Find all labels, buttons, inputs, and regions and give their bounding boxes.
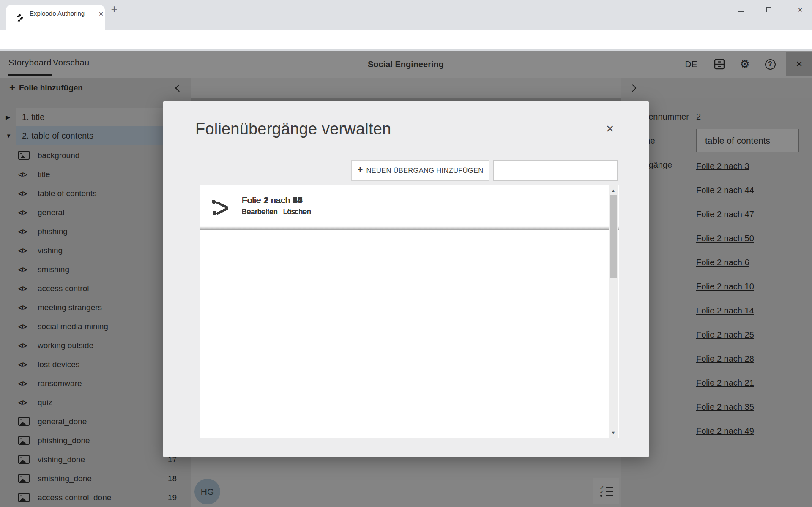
plus-icon: + (358, 164, 363, 175)
scissors-icon (212, 199, 231, 218)
delete-link[interactable]: Löschen (283, 207, 311, 216)
transition-list: Folie 2 nach 3 BearbeitenLöschen (200, 185, 619, 438)
tab-close-icon[interactable]: × (96, 8, 107, 19)
window-maximize-button[interactable] (763, 3, 775, 16)
transition-title: Folie 2 nach 10 (242, 195, 317, 205)
screen: Exploodo Authoring × + × ← → ↻ https://c… (0, 0, 812, 507)
exploodo-logo-icon (15, 13, 25, 23)
transition-item: Folie 2 nach 10 BearbeitenLöschen (200, 185, 619, 230)
item-separator (200, 226, 619, 230)
tab-title: Exploodo Authoring (30, 10, 85, 17)
window-minimize-button[interactable] (734, 3, 747, 16)
modal-scrollbar[interactable]: ▲ ▼ (609, 185, 618, 438)
scroll-down-icon[interactable]: ▼ (609, 428, 618, 437)
edit-link[interactable]: Bearbeiten (242, 207, 278, 216)
scroll-up-icon[interactable]: ▲ (609, 186, 618, 195)
browser-tab-strip: Exploodo Authoring × + × (0, 0, 812, 30)
browser-toolbar: ← → ↻ https://create.exploodo.com/de/sto… (0, 30, 812, 49)
add-transition-button[interactable]: + NEUEN ÜBERGANG HINZUFÜGEN (351, 160, 489, 181)
window-close-button[interactable]: × (794, 3, 807, 16)
new-tab-button[interactable]: + (107, 3, 121, 16)
browser-tab[interactable]: Exploodo Authoring × (6, 5, 105, 30)
manage-transitions-dialog: Folienübergänge verwalten × + NEUEN ÜBER… (163, 101, 649, 457)
transition-filter-input[interactable] (493, 160, 618, 181)
app-window: StoryboardVorschau Social Engineering DE… (0, 51, 812, 507)
scrollbar-thumb[interactable] (610, 195, 617, 278)
dialog-close-icon[interactable]: × (601, 120, 618, 137)
dialog-title: Folienübergänge verwalten (195, 120, 391, 138)
